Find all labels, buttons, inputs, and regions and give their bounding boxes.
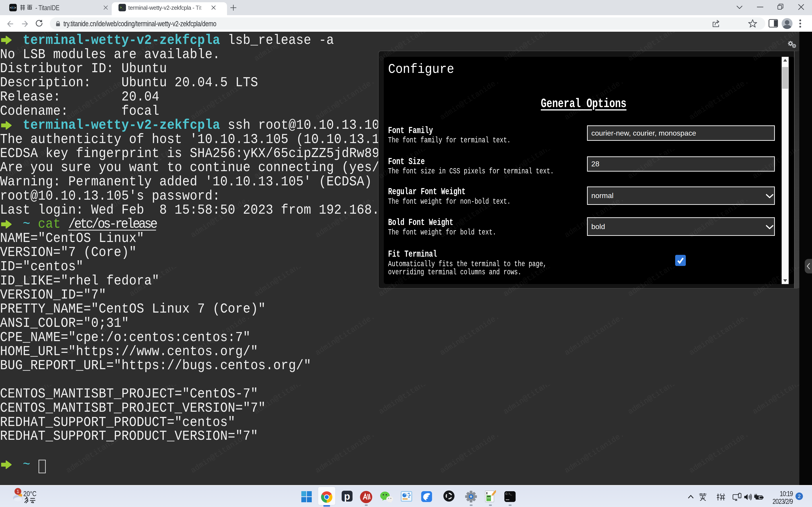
svg-text:C:\_: C:\_ <box>505 493 512 496</box>
svg-text:<t>: <t> <box>10 6 16 10</box>
svg-text:>_: >_ <box>120 6 124 9</box>
